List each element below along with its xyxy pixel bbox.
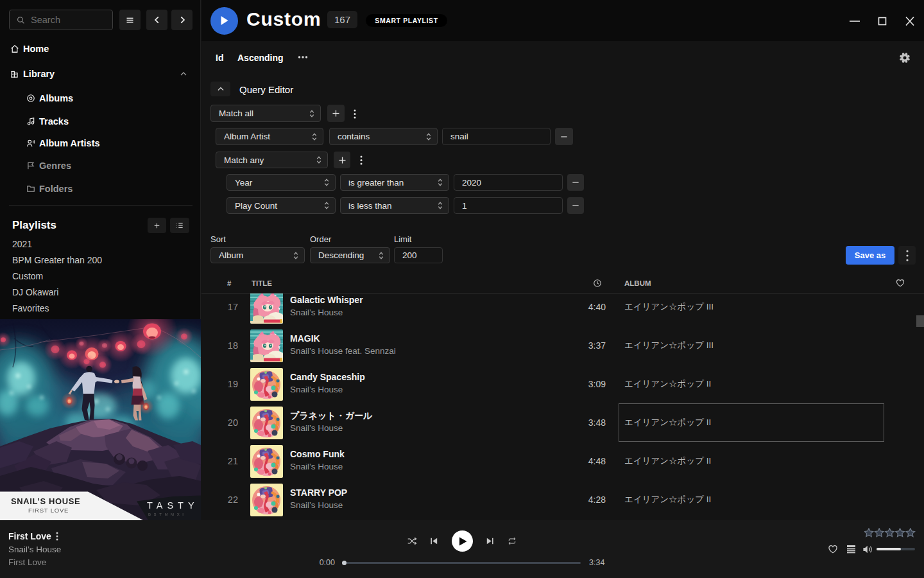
svg-text:SNAIL’S HOUSE: SNAIL’S HOUSE bbox=[11, 496, 80, 506]
svg-text:FIRST LOVE: FIRST LOVE bbox=[28, 507, 69, 514]
svg-text:BSTMMXI: BSTMMXI bbox=[148, 512, 187, 516]
svg-text:TASTY: TASTY bbox=[147, 500, 199, 511]
